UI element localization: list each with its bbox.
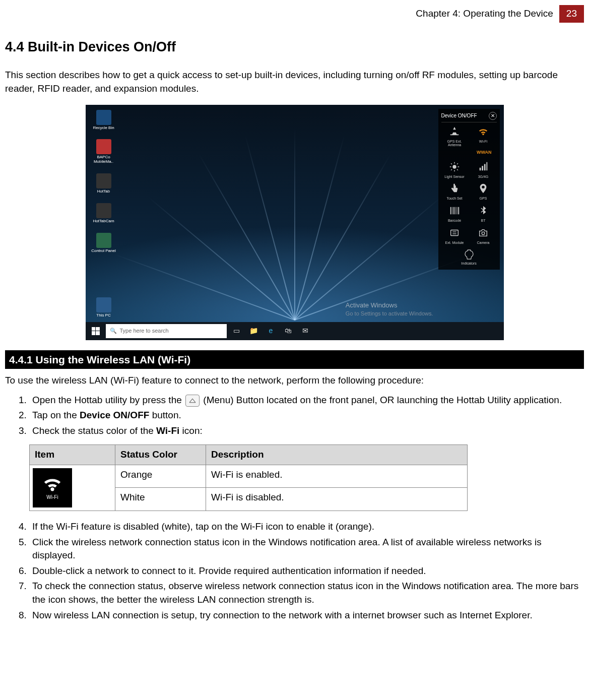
- desktop-icon[interactable]: This PC: [91, 297, 117, 318]
- device-onoff-panel: Device ON/OFF ✕ GPS Ext. Antenna Wi-Fi W…: [438, 109, 500, 270]
- store-icon[interactable]: 🛍: [281, 324, 295, 338]
- desktop-icon[interactable]: Control Panel: [91, 233, 117, 253]
- desc-orange: Wi-Fi is enabled.: [206, 465, 468, 488]
- step-4: If the Wi-Fi feature is disabled (white)…: [29, 520, 584, 534]
- step-2: Tap on the Device ON/OFF button.: [29, 409, 584, 422]
- indicators-icon[interactable]: [460, 247, 478, 262]
- wifi-status-table: Item Status Color Description Wi-Fi Oran…: [29, 444, 468, 511]
- gps-antenna-icon[interactable]: [445, 124, 464, 139]
- svg-point-2: [482, 232, 485, 235]
- taskbar: 🔍 Type here to search ▭ 📁 e 🛍 ✉: [86, 322, 504, 340]
- wifi-table-icon: Wi-Fi: [33, 468, 72, 507]
- chapter-title: Chapter 4: Operating the Device: [410, 5, 559, 23]
- barcode-icon[interactable]: [445, 204, 464, 218]
- desc-white: Wi-Fi is disabled.: [206, 488, 468, 511]
- menu-button-icon: [185, 395, 200, 407]
- search-placeholder: Type here to search: [120, 327, 169, 335]
- file-explorer-icon[interactable]: 📁: [247, 324, 261, 338]
- task-view-icon[interactable]: ▭: [230, 324, 244, 338]
- th-item: Item: [30, 445, 115, 465]
- page-header: Chapter 4: Operating the Device 23: [5, 5, 584, 23]
- desktop-icons: Recycle Bin BAPCo MobileMa.. HotTab HotT…: [91, 110, 117, 319]
- mail-icon[interactable]: ✉: [298, 324, 312, 338]
- steps-list-2: If the Wi-Fi feature is disabled (white)…: [29, 520, 584, 622]
- step-7: To check the connection status, observe …: [29, 580, 584, 606]
- ext-module-icon[interactable]: [445, 226, 464, 240]
- start-button[interactable]: [89, 324, 103, 338]
- panel-title: Device ON/OFF: [441, 112, 477, 119]
- steps-list-1: Open the Hottab utility by press the (Me…: [29, 394, 584, 438]
- subsection-heading: 4.4.1 Using the Wireless LAN (Wi-Fi): [5, 350, 584, 369]
- step-5: Click the wireless network connection st…: [29, 536, 584, 562]
- wwan-label: WWAN: [441, 149, 497, 156]
- edge-icon[interactable]: e: [264, 324, 278, 338]
- touch-icon[interactable]: [445, 181, 464, 196]
- wifi-icon-cell: Wi-Fi: [30, 465, 115, 511]
- desktop-icon[interactable]: HotTab: [91, 173, 117, 194]
- desktop-icon[interactable]: Recycle Bin: [91, 110, 117, 131]
- svg-rect-1: [451, 230, 459, 235]
- status-orange: Orange: [115, 465, 206, 488]
- step-6: Double-click a network to connect to it.…: [29, 564, 584, 578]
- th-status: Status Color: [115, 445, 206, 465]
- camera-icon[interactable]: [474, 226, 492, 240]
- step-3: Check the status color of the Wi-Fi icon…: [29, 424, 584, 438]
- page-number: 23: [559, 5, 584, 23]
- light-sensor-icon[interactable]: [445, 160, 464, 174]
- section-intro: This section describes how to get a quic…: [5, 69, 584, 95]
- bluetooth-icon[interactable]: [474, 204, 492, 218]
- desktop-icon[interactable]: BAPCo MobileMa..: [91, 139, 117, 164]
- desktop-icon[interactable]: HotTabCam: [91, 203, 117, 224]
- cell-icon[interactable]: [474, 160, 492, 174]
- status-white: White: [115, 488, 206, 511]
- gps-icon[interactable]: [474, 181, 492, 196]
- wifi-icon[interactable]: [474, 124, 492, 139]
- procedure-intro: To use the wireless LAN (Wi-Fi) feature …: [5, 374, 584, 388]
- svg-point-0: [452, 165, 456, 168]
- th-desc: Description: [206, 445, 468, 465]
- device-screenshot: Recycle Bin BAPCo MobileMa.. HotTab HotT…: [86, 105, 504, 340]
- step-8: Now wireless LAN connection is setup, tr…: [29, 609, 584, 622]
- activate-windows: Activate Windows Go to Settings to activ…: [346, 301, 433, 318]
- search-input[interactable]: 🔍 Type here to search: [106, 324, 227, 338]
- search-icon: 🔍: [110, 327, 117, 335]
- section-heading: 4.4 Built-in Devices On/Off: [5, 38, 584, 57]
- close-icon[interactable]: ✕: [489, 112, 497, 120]
- step-1: Open the Hottab utility by press the (Me…: [29, 394, 584, 407]
